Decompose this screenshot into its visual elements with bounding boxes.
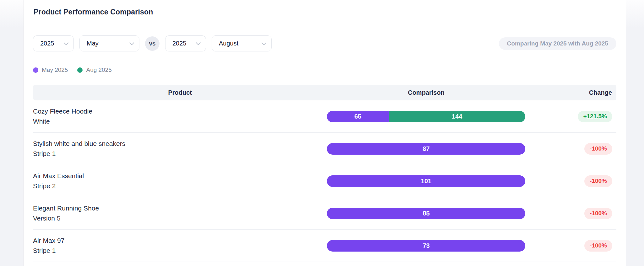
comparison-cell: 85 0 xyxy=(327,208,525,219)
product-name: Cozy Fleece Hoodie xyxy=(33,106,327,116)
chevron-down-icon xyxy=(64,40,69,45)
change-cell: -100% xyxy=(525,208,616,219)
comparison-cell: 101 0 xyxy=(327,175,525,187)
right-month-value: August xyxy=(219,40,238,47)
comparison-controls: 2025 May vs 2025 August Comparing May 20… xyxy=(33,35,616,51)
change-cell: -100% xyxy=(525,175,616,187)
left-month-select[interactable]: May xyxy=(79,35,139,51)
chevron-down-icon xyxy=(262,40,267,45)
product-cell: Air Max 97 Stripe 1 xyxy=(33,236,327,256)
change-badge: -100% xyxy=(584,240,612,252)
product-variant: Version 5 xyxy=(33,213,327,223)
comparison-cell: 73 0 xyxy=(327,240,525,252)
change-badge: -100% xyxy=(584,208,612,219)
product-name: Air Max Essential xyxy=(33,171,327,181)
change-column-header: Change xyxy=(525,89,616,96)
change-badge: +121.5% xyxy=(578,111,612,122)
chevron-down-icon xyxy=(129,40,134,45)
comparison-table: Product Comparison Change Cozy Fleece Ho… xyxy=(33,85,616,262)
change-badge: -100% xyxy=(584,175,612,187)
right-year-value: 2025 xyxy=(172,40,187,47)
chevron-down-icon xyxy=(196,40,201,45)
legend-label: May 2025 xyxy=(42,66,68,73)
legend-item-aug: Aug 2025 xyxy=(77,66,111,73)
may-legend-dot xyxy=(33,67,38,73)
page-title: Product Performance Comparison xyxy=(34,8,153,16)
change-cell: -100% xyxy=(525,143,616,155)
product-variant: Stripe 1 xyxy=(33,149,327,159)
product-name: Air Max 97 xyxy=(33,236,327,246)
comparison-bar: 65 144 xyxy=(327,111,525,122)
aug-legend-dot xyxy=(77,67,83,73)
table-row: Air Max 97 Stripe 1 73 0 -100% xyxy=(33,230,616,262)
table-row: Air Max Essential Stripe 2 101 0 -100% xyxy=(33,165,616,197)
change-cell: +121.5% xyxy=(525,111,616,122)
change-badge: -100% xyxy=(584,143,612,155)
change-cell: -100% xyxy=(525,240,616,252)
legend: May 2025 Aug 2025 xyxy=(33,66,616,73)
comparison-cell: 65 144 xyxy=(327,111,525,122)
table-row: Elegant Running Shoe Version 5 85 0 -100… xyxy=(33,197,616,230)
comparison-bar: 73 0 xyxy=(327,240,525,252)
vs-badge: vs xyxy=(145,36,160,51)
comparison-summary-badge: Comparing May 2025 with Aug 2025 xyxy=(499,37,616,50)
comparison-cell: 87 0 xyxy=(327,143,525,155)
product-name: Elegant Running Shoe xyxy=(33,203,327,213)
bar-segment-may: 85 xyxy=(327,208,525,219)
bar-segment-may: 65 xyxy=(327,111,388,122)
product-name: Stylish white and blue sneakers xyxy=(33,139,327,149)
right-year-select[interactable]: 2025 xyxy=(165,35,206,51)
bar-segment-may: 87 xyxy=(327,143,525,155)
bar-segment-aug: 144 xyxy=(389,111,525,122)
product-variant: White xyxy=(33,116,327,126)
left-year-select[interactable]: 2025 xyxy=(33,35,74,51)
product-cell: Air Max Essential Stripe 2 xyxy=(33,171,327,191)
product-variant: Stripe 2 xyxy=(33,181,327,191)
left-month-value: May xyxy=(87,40,99,47)
comparison-bar: 85 0 xyxy=(327,208,525,219)
table-header: Product Comparison Change xyxy=(33,85,616,100)
legend-label: Aug 2025 xyxy=(86,66,111,73)
table-row: Stylish white and blue sneakers Stripe 1… xyxy=(33,133,616,165)
bar-segment-may: 73 xyxy=(327,240,525,252)
bar-segment-may: 101 xyxy=(327,175,525,187)
comparison-column-header: Comparison xyxy=(327,89,525,96)
legend-item-may: May 2025 xyxy=(33,66,68,73)
product-column-header: Product xyxy=(33,89,327,96)
right-month-select[interactable]: August xyxy=(212,35,272,51)
table-row: Cozy Fleece Hoodie White 65 144 +121.5% xyxy=(33,100,616,133)
card-header: Product Performance Comparison xyxy=(24,0,626,24)
comparison-bar: 87 0 xyxy=(327,143,525,155)
product-cell: Stylish white and blue sneakers Stripe 1 xyxy=(33,139,327,159)
product-cell: Elegant Running Shoe Version 5 xyxy=(33,203,327,223)
product-variant: Stripe 1 xyxy=(33,246,327,256)
product-cell: Cozy Fleece Hoodie White xyxy=(33,106,327,126)
left-year-value: 2025 xyxy=(40,40,54,47)
comparison-card: Product Performance Comparison 2025 May … xyxy=(24,0,626,266)
comparison-bar: 101 0 xyxy=(327,175,525,187)
